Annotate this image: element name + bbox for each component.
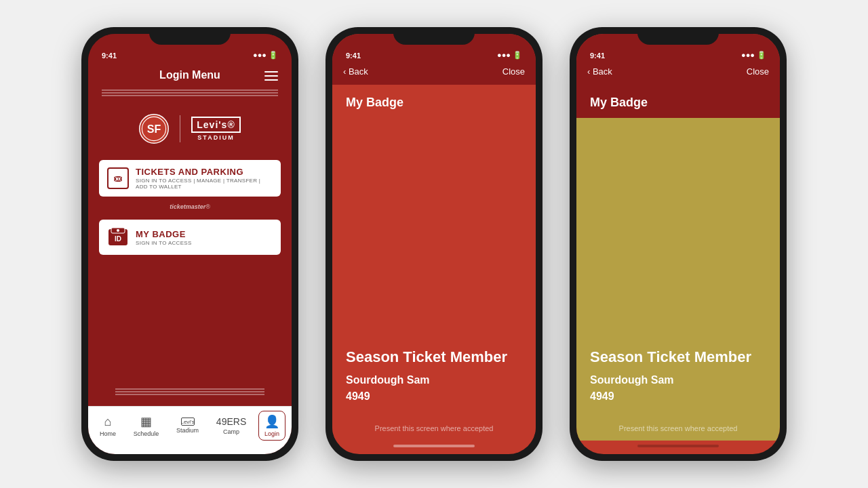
badge-name-2: Sourdough Sam: [346, 374, 522, 386]
stadium-icon: Levi's: [181, 418, 195, 426]
status-icons-2: ●●● 🔋: [497, 51, 522, 60]
login-icon: 👤: [264, 414, 279, 429]
notch-3: [637, 27, 719, 45]
my-badge-card[interactable]: ID MY BADGE SIGN IN TO ACCESS: [99, 220, 281, 255]
badge-title-area-3: My Badge: [576, 85, 780, 118]
badge-content-3: Season Ticket Member Sourdough Sam 4949: [576, 118, 780, 416]
tab-login-label: Login: [264, 430, 279, 437]
ticketmaster-label: ticketmaster®: [99, 202, 281, 214]
home-indicator-3: [637, 445, 719, 447]
badge-subtitle: SIGN IN TO ACCESS: [136, 240, 273, 246]
close-button-2[interactable]: Close: [502, 66, 525, 77]
badge-nav-header-2: ‹ Back Close: [332, 64, 536, 85]
back-button-2[interactable]: ‹ Back: [343, 66, 368, 77]
badge-svg-icon: ID: [107, 226, 129, 248]
menu-cards: 🎟 TICKETS AND PARKING SIGN IN TO ACCESS …: [88, 155, 292, 260]
camp-icon: 49ERS: [216, 416, 246, 427]
notch-1: [149, 27, 231, 45]
member-type-3: Season Ticket Member: [590, 348, 766, 366]
tab-schedule[interactable]: ▦ Schedule: [128, 411, 165, 440]
tab-bar: ⌂ Home ▦ Schedule Levi's Stadium 49ERS C…: [88, 406, 292, 454]
sf49ers-logo: SF: [139, 114, 169, 144]
phone-1: 9:41 ●●● 🔋 Login Menu SF Levi's® STADIUM: [81, 27, 298, 461]
notch-2: [393, 27, 475, 45]
member-type-2: Season Ticket Member: [346, 348, 522, 366]
status-time-3: 9:41: [590, 52, 605, 60]
badge-content-2: Season Ticket Member Sourdough Sam 4949: [332, 118, 536, 416]
status-time-2: 9:41: [346, 52, 361, 60]
levis-logo: Levi's® STADIUM: [191, 117, 240, 141]
status-icons-1: ●●● 🔋: [253, 51, 278, 60]
tab-stadium-label: Stadium: [176, 427, 199, 434]
svg-point-5: [117, 229, 119, 232]
badge-number-2: 4949: [346, 390, 522, 403]
tab-login[interactable]: 👤 Login: [258, 411, 285, 441]
close-button-3[interactable]: Close: [747, 66, 769, 77]
tab-camp[interactable]: 49ERS Camp: [211, 413, 252, 438]
tickets-subtitle: SIGN IN TO ACCESS | MANAGE | TRANSFER | …: [136, 178, 273, 190]
badge-name-3: Sourdough Sam: [590, 374, 766, 386]
home-indicator-2: [393, 445, 475, 447]
svg-text:SF: SF: [147, 123, 161, 135]
logo-area: SF Levi's® STADIUM: [88, 103, 292, 155]
header-divider: [88, 88, 292, 98]
badge-title: MY BADGE: [136, 229, 273, 239]
status-icons-3: ●●● 🔋: [741, 51, 766, 60]
badge-footer-2: Present this screen where accepted: [332, 416, 536, 441]
schedule-icon: ▦: [140, 414, 152, 429]
tab-home[interactable]: ⌂ Home: [94, 412, 121, 440]
badge-footer-3: Present this screen where accepted: [576, 416, 780, 441]
phone-2: 9:41 ●●● 🔋 ‹ Back Close My Badge Season …: [326, 27, 542, 461]
status-time-1: 9:41: [102, 52, 117, 60]
hamburger-icon[interactable]: [264, 71, 278, 81]
tab-home-label: Home: [100, 430, 116, 437]
back-button-3[interactable]: ‹ Back: [587, 66, 612, 77]
badge-icon: ID: [107, 226, 129, 248]
phone-3: 9:41 ●●● 🔋 ‹ Back Close My Badge Season …: [570, 27, 787, 461]
ticket-icon: 🎟: [107, 167, 129, 189]
badge-card-content: MY BADGE SIGN IN TO ACCESS: [136, 229, 273, 246]
tickets-card-content: TICKETS AND PARKING SIGN IN TO ACCESS | …: [136, 167, 273, 190]
badge-title-area-2: My Badge: [332, 85, 536, 118]
logo-divider: [180, 115, 180, 142]
home-icon: ⌂: [104, 415, 111, 429]
tickets-title: TICKETS AND PARKING: [136, 167, 273, 177]
tab-camp-label: Camp: [223, 428, 239, 435]
svg-text:ID: ID: [115, 235, 121, 243]
badge-number-3: 4949: [590, 390, 766, 403]
tickets-parking-card[interactable]: 🎟 TICKETS AND PARKING SIGN IN TO ACCESS …: [99, 160, 281, 197]
badge-nav-header-3: ‹ Back Close: [576, 64, 780, 85]
tab-stadium[interactable]: Levi's Stadium: [171, 415, 204, 436]
page-title: Login Menu: [159, 69, 220, 81]
login-menu-header: Login Menu: [88, 64, 292, 88]
my-badge-title-2: My Badge: [346, 96, 522, 110]
tab-schedule-label: Schedule: [134, 430, 159, 437]
bottom-divider: [88, 387, 292, 406]
my-badge-title-3: My Badge: [590, 96, 766, 110]
